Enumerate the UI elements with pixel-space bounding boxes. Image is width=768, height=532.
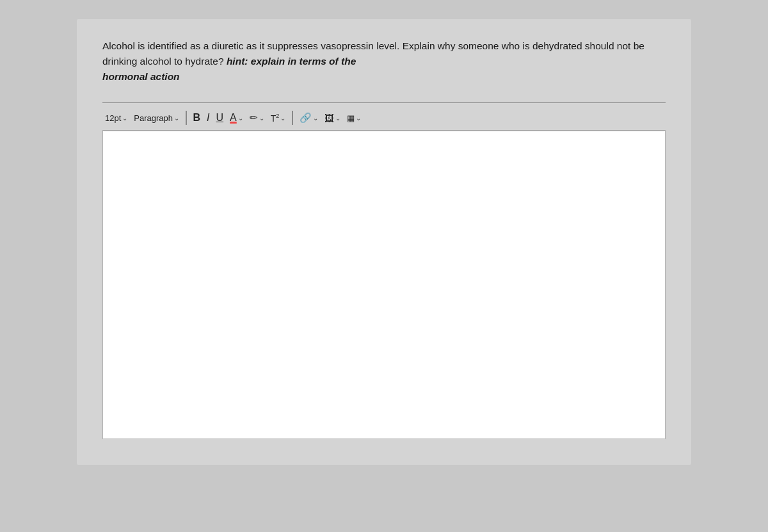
question-body-text: Alcohol is identified as a diuretic as i… — [102, 40, 644, 67]
toolbar-divider-1 — [186, 111, 187, 125]
superscript-button[interactable]: T2 ⌄ — [268, 111, 289, 125]
superscript-icon: T2 — [271, 113, 280, 124]
bold-icon: B — [193, 112, 201, 124]
font-size-chevron-icon: ⌄ — [122, 115, 127, 122]
paragraph-label: Paragraph — [134, 113, 173, 123]
bold-button[interactable]: B — [191, 111, 204, 125]
more-button[interactable]: ▦ ⌄ — [344, 112, 364, 124]
italic-icon: I — [207, 112, 209, 124]
image-chevron-icon: ⌄ — [335, 115, 340, 122]
toolbar-top-separator — [102, 102, 666, 103]
pencil-button[interactable]: ✏ ⌄ — [247, 111, 267, 125]
font-color-icon: A — [230, 112, 237, 124]
pencil-icon: ✏ — [250, 112, 258, 124]
question-text: Alcohol is identified as a diuretic as i… — [102, 38, 666, 85]
hormonal-action-text: hormonal action — [102, 71, 180, 82]
toolbar-divider-2 — [292, 111, 293, 125]
paragraph-selector[interactable]: Paragraph ⌄ — [131, 112, 182, 124]
font-size-selector[interactable]: 12pt ⌄ — [102, 112, 130, 124]
image-button[interactable]: 🖼 ⌄ — [322, 111, 343, 125]
editor-content[interactable] — [103, 131, 665, 439]
page-container: Alcohol is identified as a diuretic as i… — [77, 19, 691, 465]
link-icon: 🔗 — [300, 112, 312, 124]
toolbar: 12pt ⌄ Paragraph ⌄ B I U A ⌄ ✏ — [102, 107, 666, 131]
editor-wrapper: 12pt ⌄ Paragraph ⌄ B I U A ⌄ ✏ — [102, 102, 666, 439]
editor-area[interactable] — [102, 131, 666, 439]
pencil-chevron-icon: ⌄ — [259, 115, 264, 122]
link-button[interactable]: 🔗 ⌄ — [297, 111, 321, 125]
underline-icon: U — [216, 112, 224, 124]
superscript-chevron-icon: ⌄ — [280, 115, 285, 122]
paragraph-chevron-icon: ⌄ — [174, 115, 179, 122]
underline-button[interactable]: U — [214, 111, 227, 125]
font-size-label: 12pt — [105, 113, 121, 123]
italic-button[interactable]: I — [204, 111, 212, 125]
font-color-button[interactable]: A ⌄ — [227, 111, 246, 125]
more-chevron-icon: ⌄ — [356, 115, 361, 122]
image-icon: 🖼 — [324, 113, 334, 124]
hint-prefix: hint: — [224, 56, 251, 67]
link-chevron-icon: ⌄ — [313, 115, 318, 122]
font-color-chevron-icon: ⌄ — [238, 115, 243, 122]
hint-bold-italic-text: explain in terms of the — [251, 56, 356, 67]
more-icon: ▦ — [347, 113, 355, 123]
